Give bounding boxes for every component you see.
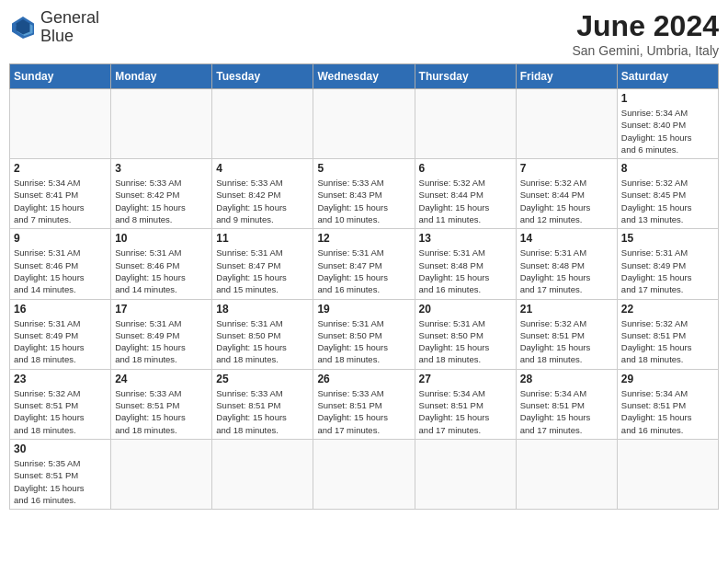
day-number: 26: [317, 373, 410, 385]
calendar-week-row: 30Sunrise: 5:35 AM Sunset: 8:51 PM Dayli…: [10, 439, 719, 509]
calendar-cell: 5Sunrise: 5:33 AM Sunset: 8:43 PM Daylig…: [313, 159, 415, 229]
calendar-cell: 8Sunrise: 5:32 AM Sunset: 8:45 PM Daylig…: [617, 159, 718, 229]
day-number: 12: [317, 232, 410, 245]
day-number: 27: [419, 373, 512, 385]
page-header: General Blue June 2024 San Gemini, Umbri…: [9, 9, 719, 58]
calendar-cell: [212, 439, 313, 509]
calendar-cell: 1Sunrise: 5:34 AM Sunset: 8:40 PM Daylig…: [617, 89, 718, 159]
day-number: 2: [14, 162, 107, 175]
day-number: 10: [115, 232, 208, 245]
calendar-cell: 19Sunrise: 5:31 AM Sunset: 8:50 PM Dayli…: [313, 299, 415, 369]
day-info: Sunrise: 5:31 AM Sunset: 8:49 PM Dayligh…: [14, 317, 107, 366]
calendar-cell: 2Sunrise: 5:34 AM Sunset: 8:41 PM Daylig…: [10, 159, 111, 229]
logo-text: General Blue: [40, 9, 99, 46]
day-number: 22: [621, 303, 714, 316]
day-number: 18: [216, 303, 309, 316]
calendar-cell: 29Sunrise: 5:34 AM Sunset: 8:51 PM Dayli…: [617, 369, 718, 439]
day-header-wednesday: Wednesday: [313, 64, 415, 89]
day-info: Sunrise: 5:32 AM Sunset: 8:51 PM Dayligh…: [520, 317, 613, 366]
day-info: Sunrise: 5:31 AM Sunset: 8:46 PM Dayligh…: [14, 247, 107, 295]
day-info: Sunrise: 5:31 AM Sunset: 8:50 PM Dayligh…: [216, 317, 309, 366]
day-info: Sunrise: 5:33 AM Sunset: 8:51 PM Dayligh…: [317, 387, 410, 436]
calendar-cell: 3Sunrise: 5:33 AM Sunset: 8:42 PM Daylig…: [111, 159, 212, 229]
day-number: 21: [520, 303, 613, 316]
day-info: Sunrise: 5:31 AM Sunset: 8:48 PM Dayligh…: [419, 247, 512, 295]
day-number: 8: [621, 162, 714, 175]
day-number: 28: [520, 373, 613, 385]
calendar-cell: [313, 439, 415, 509]
calendar-cell: 11Sunrise: 5:31 AM Sunset: 8:47 PM Dayli…: [212, 229, 313, 299]
day-number: 6: [419, 162, 512, 175]
calendar-cell: 16Sunrise: 5:31 AM Sunset: 8:49 PM Dayli…: [10, 299, 111, 369]
day-info: Sunrise: 5:34 AM Sunset: 8:51 PM Dayligh…: [621, 387, 714, 436]
day-header-thursday: Thursday: [415, 64, 516, 89]
location-label: San Gemini, Umbria, Italy: [573, 43, 720, 58]
calendar-cell: 10Sunrise: 5:31 AM Sunset: 8:46 PM Dayli…: [111, 229, 212, 299]
day-number: 24: [115, 373, 208, 385]
day-header-tuesday: Tuesday: [212, 64, 313, 89]
day-number: 17: [115, 303, 208, 316]
day-info: Sunrise: 5:32 AM Sunset: 8:44 PM Dayligh…: [419, 177, 512, 225]
calendar-cell: 25Sunrise: 5:33 AM Sunset: 8:51 PM Dayli…: [212, 369, 313, 439]
calendar-cell: [212, 89, 313, 159]
day-number: 14: [520, 232, 613, 245]
day-number: 16: [14, 303, 107, 316]
day-number: 9: [14, 232, 107, 245]
day-number: 25: [216, 373, 309, 385]
day-number: 13: [419, 232, 512, 245]
day-info: Sunrise: 5:31 AM Sunset: 8:49 PM Dayligh…: [621, 247, 714, 295]
calendar-cell: 17Sunrise: 5:31 AM Sunset: 8:49 PM Dayli…: [111, 299, 212, 369]
calendar-cell: 21Sunrise: 5:32 AM Sunset: 8:51 PM Dayli…: [516, 299, 617, 369]
day-number: 4: [216, 162, 309, 175]
calendar-cell: 4Sunrise: 5:33 AM Sunset: 8:42 PM Daylig…: [212, 159, 313, 229]
day-info: Sunrise: 5:32 AM Sunset: 8:44 PM Dayligh…: [520, 177, 613, 225]
calendar-cell: 15Sunrise: 5:31 AM Sunset: 8:49 PM Dayli…: [617, 229, 718, 299]
calendar-cell: 24Sunrise: 5:33 AM Sunset: 8:51 PM Dayli…: [111, 369, 212, 439]
calendar-cell: [10, 89, 111, 159]
day-info: Sunrise: 5:32 AM Sunset: 8:45 PM Dayligh…: [621, 177, 714, 225]
day-info: Sunrise: 5:31 AM Sunset: 8:47 PM Dayligh…: [216, 247, 309, 295]
day-info: Sunrise: 5:33 AM Sunset: 8:42 PM Dayligh…: [216, 177, 309, 225]
day-number: 7: [520, 162, 613, 175]
day-number: 29: [621, 373, 714, 385]
day-number: 15: [621, 232, 714, 245]
calendar-cell: 30Sunrise: 5:35 AM Sunset: 8:51 PM Dayli…: [10, 439, 111, 509]
day-header-sunday: Sunday: [10, 64, 111, 89]
calendar-cell: 23Sunrise: 5:32 AM Sunset: 8:51 PM Dayli…: [10, 369, 111, 439]
calendar-table: SundayMondayTuesdayWednesdayThursdayFrid…: [9, 63, 719, 510]
logo: General Blue: [9, 9, 99, 46]
calendar-cell: 27Sunrise: 5:34 AM Sunset: 8:51 PM Dayli…: [415, 369, 516, 439]
day-info: Sunrise: 5:34 AM Sunset: 8:51 PM Dayligh…: [419, 387, 512, 436]
calendar-cell: [415, 439, 516, 509]
day-info: Sunrise: 5:34 AM Sunset: 8:41 PM Dayligh…: [14, 177, 107, 225]
calendar-week-row: 9Sunrise: 5:31 AM Sunset: 8:46 PM Daylig…: [10, 229, 719, 299]
day-info: Sunrise: 5:35 AM Sunset: 8:51 PM Dayligh…: [14, 457, 107, 506]
day-info: Sunrise: 5:32 AM Sunset: 8:51 PM Dayligh…: [621, 317, 714, 366]
day-info: Sunrise: 5:32 AM Sunset: 8:51 PM Dayligh…: [14, 387, 107, 436]
day-info: Sunrise: 5:31 AM Sunset: 8:50 PM Dayligh…: [317, 317, 410, 366]
calendar-cell: [617, 439, 718, 509]
calendar-cell: [111, 89, 212, 159]
title-section: June 2024 San Gemini, Umbria, Italy: [573, 9, 720, 58]
day-info: Sunrise: 5:33 AM Sunset: 8:51 PM Dayligh…: [115, 387, 208, 436]
day-number: 20: [419, 303, 512, 316]
day-info: Sunrise: 5:33 AM Sunset: 8:42 PM Dayligh…: [115, 177, 208, 225]
logo-icon: [9, 14, 37, 41]
day-number: 11: [216, 232, 309, 245]
day-number: 1: [621, 92, 714, 105]
day-number: 5: [317, 162, 410, 175]
day-number: 3: [115, 162, 208, 175]
day-header-friday: Friday: [516, 64, 617, 89]
calendar-cell: 22Sunrise: 5:32 AM Sunset: 8:51 PM Dayli…: [617, 299, 718, 369]
calendar-cell: [313, 89, 415, 159]
day-info: Sunrise: 5:31 AM Sunset: 8:47 PM Dayligh…: [317, 247, 410, 295]
day-header-saturday: Saturday: [617, 64, 718, 89]
calendar-cell: 28Sunrise: 5:34 AM Sunset: 8:51 PM Dayli…: [516, 369, 617, 439]
day-number: 23: [14, 373, 107, 385]
month-year-title: June 2024: [573, 9, 720, 43]
calendar-header-row: SundayMondayTuesdayWednesdayThursdayFrid…: [10, 64, 719, 89]
calendar-cell: [516, 89, 617, 159]
calendar-week-row: 2Sunrise: 5:34 AM Sunset: 8:41 PM Daylig…: [10, 159, 719, 229]
calendar-cell: 13Sunrise: 5:31 AM Sunset: 8:48 PM Dayli…: [415, 229, 516, 299]
day-number: 30: [14, 442, 107, 455]
